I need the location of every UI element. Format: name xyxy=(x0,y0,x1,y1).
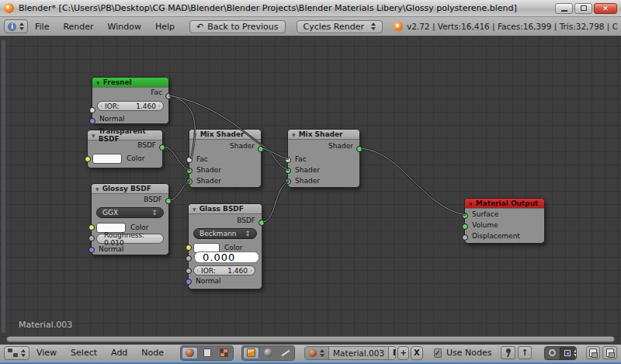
node-material-output[interactable]: ▼ Material Output Surface Volume Displac… xyxy=(464,198,545,244)
mix1-shader1-input-socket[interactable] xyxy=(186,168,193,174)
glossy-bsdf-output-socket[interactable] xyxy=(165,198,172,204)
fake-user-button[interactable]: F xyxy=(388,347,396,359)
menu-render[interactable]: Render xyxy=(63,22,93,32)
glossy-distribution-dropdown[interactable]: GGX ↕ xyxy=(96,207,164,218)
linestyle-shader-button[interactable] xyxy=(277,347,293,359)
glass-bsdf-output-socket[interactable] xyxy=(258,220,265,226)
node-glossy-bsdf[interactable]: ▼ Glossy BSDF BSDF GGX ↕ Color Roughness… xyxy=(91,183,169,255)
node-fresnel-header[interactable]: ▼ Fresnel xyxy=(92,78,168,88)
slider-right-arrow-icon[interactable]: › xyxy=(250,266,252,275)
node-glossy-header[interactable]: ▼ Glossy BSDF xyxy=(92,184,168,194)
new-material-button[interactable]: + xyxy=(397,346,409,360)
mix1-shader-output-socket[interactable] xyxy=(258,146,264,152)
menu-node[interactable]: Node xyxy=(141,348,164,358)
node-mix-shader-1[interactable]: ▼ Mix Shader Shader Fac Shader Shader xyxy=(189,129,262,188)
dropdown-arrows-icon: ↕ xyxy=(245,230,251,237)
minimize-button[interactable] xyxy=(555,3,573,14)
snap-element-dropdown[interactable] xyxy=(560,347,577,359)
mix2-shader-output-socket[interactable] xyxy=(356,146,363,152)
unlink-material-button[interactable]: X xyxy=(411,346,422,360)
transparent-bsdf-output-socket[interactable] xyxy=(159,144,165,151)
mix2-shader2-input-socket[interactable] xyxy=(285,179,291,185)
output-displacement-input-socket[interactable] xyxy=(462,234,468,241)
node-transparent-bsdf[interactable]: ▼ Transparent BSDF BSDF Color xyxy=(87,130,163,168)
glass-color-input-socket[interactable] xyxy=(186,244,192,251)
mix2-fac-input-socket[interactable] xyxy=(285,157,291,163)
texture-nodes-button[interactable] xyxy=(216,347,232,359)
glass-roughness-edit-field[interactable]: 0.000 xyxy=(194,251,259,263)
glossy-normal-label: Normal xyxy=(92,244,168,255)
menu-select[interactable]: Select xyxy=(71,348,97,358)
transparent-color-input-socket[interactable] xyxy=(85,156,91,162)
glossy-roughness-input-socket[interactable] xyxy=(88,235,95,241)
world-shader-button[interactable] xyxy=(260,347,276,359)
glossy-normal-input-socket[interactable] xyxy=(88,247,95,253)
mix1-fac-input-socket[interactable] xyxy=(186,157,193,163)
glass-ior-input-socket[interactable] xyxy=(186,268,192,274)
glass-ior-slider[interactable]: ‹ IOR: 1.460 › xyxy=(193,265,255,276)
node-editor-canvas[interactable]: ▼ Fresnel Fac ‹ IOR: 1.460 › Normal ▼ Tr… xyxy=(0,36,621,344)
maximize-button[interactable] xyxy=(574,3,592,14)
snap-toggle-button[interactable] xyxy=(545,347,560,359)
node-output-header[interactable]: ▼ Material Output xyxy=(465,199,544,209)
material-name-field[interactable]: Material.003 xyxy=(329,347,388,359)
slider-left-arrow-icon[interactable]: ‹ xyxy=(100,102,102,110)
node-glass-header[interactable]: ▼ Glass BSDF xyxy=(189,204,262,214)
node-mix-shader-2[interactable]: ▼ Mix Shader Shader Fac Shader Shader xyxy=(287,129,360,188)
mix1-shader2-input-socket[interactable] xyxy=(186,179,193,185)
color-swatch[interactable] xyxy=(92,154,122,164)
horizontal-scrollbar[interactable] xyxy=(6,336,615,342)
glossy-color-input-socket[interactable] xyxy=(88,224,95,231)
vertical-scrollbar[interactable] xyxy=(2,40,5,333)
mix1-fac-label: Fac xyxy=(189,154,261,165)
node-glass-bsdf[interactable]: ▼ Glass BSDF BSDF Beckmann ↕ Color 0.000… xyxy=(188,203,262,289)
info-header: i File Render Window Help ↶ Back to Prev… xyxy=(0,17,621,36)
collapse-icon[interactable]: ▼ xyxy=(193,132,197,137)
menu-add[interactable]: Add xyxy=(111,348,127,358)
close-button[interactable]: ✕ xyxy=(594,3,617,14)
glass-roughness-input-socket[interactable] xyxy=(186,255,192,262)
mix2-shader1-input-socket[interactable] xyxy=(285,168,291,174)
shader-nodes-button[interactable] xyxy=(182,347,198,359)
collapse-icon[interactable]: ▼ xyxy=(193,206,196,212)
link-mix2-to-output-surface xyxy=(361,148,466,215)
fresnel-ior-input-socket[interactable] xyxy=(89,107,95,113)
node-mix1-header[interactable]: ▼ Mix Shader xyxy=(189,130,261,140)
editor-type-button-node[interactable] xyxy=(4,346,29,360)
collapse-icon[interactable]: ▼ xyxy=(92,133,95,138)
go-to-parent-button[interactable]: ↑ xyxy=(518,346,532,359)
output-volume-input-socket[interactable] xyxy=(462,224,468,230)
maximize-icon xyxy=(581,5,587,11)
menu-file[interactable]: File xyxy=(35,22,49,32)
node-fresnel[interactable]: ▼ Fresnel Fac ‹ IOR: 1.460 › Normal xyxy=(92,77,169,124)
menu-view[interactable]: View xyxy=(36,348,57,358)
glass-distribution-dropdown[interactable]: Beckmann ↕ xyxy=(193,228,257,239)
copy-button[interactable] xyxy=(586,346,600,359)
compositing-nodes-button[interactable] xyxy=(199,347,215,359)
pin-button[interactable] xyxy=(501,346,515,359)
collapse-icon[interactable]: ▼ xyxy=(95,186,99,192)
collapse-icon[interactable]: ▼ xyxy=(96,80,100,85)
menu-window[interactable]: Window xyxy=(108,22,141,32)
window-titlebar[interactable]: Blender* [C:\Users\PB\Desktop\CG MAD\Ble… xyxy=(0,0,621,17)
glossy-roughness-slider[interactable]: Roughness: 0.010 xyxy=(96,234,164,244)
fresnel-fac-output-socket[interactable] xyxy=(165,93,172,99)
glass-normal-input-socket[interactable] xyxy=(186,279,192,285)
fresnel-ior-slider[interactable]: ‹ IOR: 1.460 › xyxy=(97,101,164,111)
output-surface-input-socket[interactable] xyxy=(462,213,468,219)
browse-material-button[interactable] xyxy=(305,347,329,359)
collapse-icon[interactable]: ▼ xyxy=(292,132,296,137)
collapse-icon[interactable]: ▼ xyxy=(469,201,473,206)
fresnel-normal-input-socket[interactable] xyxy=(89,118,95,124)
use-nodes-checkbox[interactable]: ✓ xyxy=(434,348,442,358)
back-to-previous-button[interactable]: ↶ Back to Previous xyxy=(189,20,285,33)
slider-right-arrow-icon[interactable]: › xyxy=(158,102,161,110)
node-mix2-header[interactable]: ▼ Mix Shader xyxy=(288,130,359,140)
slider-left-arrow-icon[interactable]: ‹ xyxy=(196,266,199,275)
node-transparent-header[interactable]: ▼ Transparent BSDF xyxy=(88,130,162,140)
menu-help[interactable]: Help xyxy=(155,22,175,32)
editor-type-button[interactable]: i xyxy=(4,19,28,33)
object-shader-button[interactable] xyxy=(243,347,259,359)
render-engine-select[interactable]: Cycles Render xyxy=(297,20,383,33)
paste-button[interactable] xyxy=(602,346,616,359)
